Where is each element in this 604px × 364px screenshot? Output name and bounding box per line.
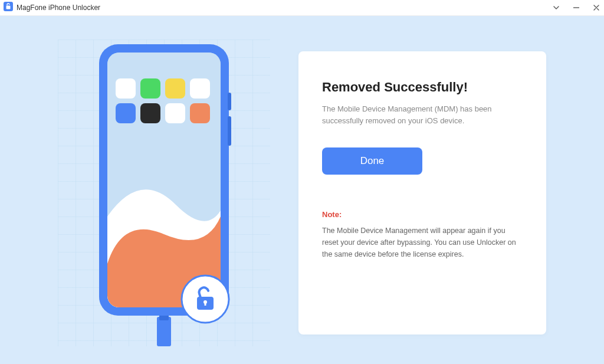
minimize-icon[interactable] [572, 4, 580, 12]
svg-rect-1 [6, 6, 11, 9]
svg-rect-3 [157, 317, 171, 346]
dropdown-icon[interactable] [552, 4, 560, 12]
phone-svg [87, 40, 241, 346]
result-panel: Removed Successfully! The Mobile Device … [298, 51, 546, 335]
titlebar: MagFone iPhone Unlocker [0, 0, 604, 16]
svg-rect-12 [140, 78, 160, 99]
phone-illustration [58, 40, 270, 346]
note-text: The Mobile Device Management will appear… [322, 225, 523, 260]
svg-rect-18 [190, 103, 210, 123]
close-icon[interactable] [592, 4, 600, 12]
svg-rect-6 [228, 93, 231, 110]
svg-rect-17 [165, 103, 185, 123]
titlebar-left: MagFone iPhone Unlocker [4, 2, 100, 14]
svg-rect-7 [228, 116, 231, 146]
svg-rect-16 [140, 103, 160, 123]
note-section: Note: The Mobile Device Management will … [322, 210, 523, 260]
done-button[interactable]: Done [322, 147, 422, 175]
svg-rect-15 [116, 103, 136, 123]
app-logo-icon [4, 2, 13, 14]
panel-heading: Removed Successfully! [322, 80, 523, 95]
content-area: Removed Successfully! The Mobile Device … [0, 16, 604, 364]
svg-rect-11 [116, 78, 136, 99]
svg-rect-13 [165, 78, 185, 99]
note-label: Note: [322, 210, 523, 219]
app-window: MagFone iPhone Unlocker [0, 0, 604, 364]
panel-subtitle: The Mobile Device Management (MDM) has b… [322, 103, 523, 126]
window-controls [552, 4, 600, 12]
svg-rect-23 [205, 302, 206, 306]
svg-rect-14 [190, 78, 210, 99]
titlebar-title: MagFone iPhone Unlocker [17, 4, 100, 12]
